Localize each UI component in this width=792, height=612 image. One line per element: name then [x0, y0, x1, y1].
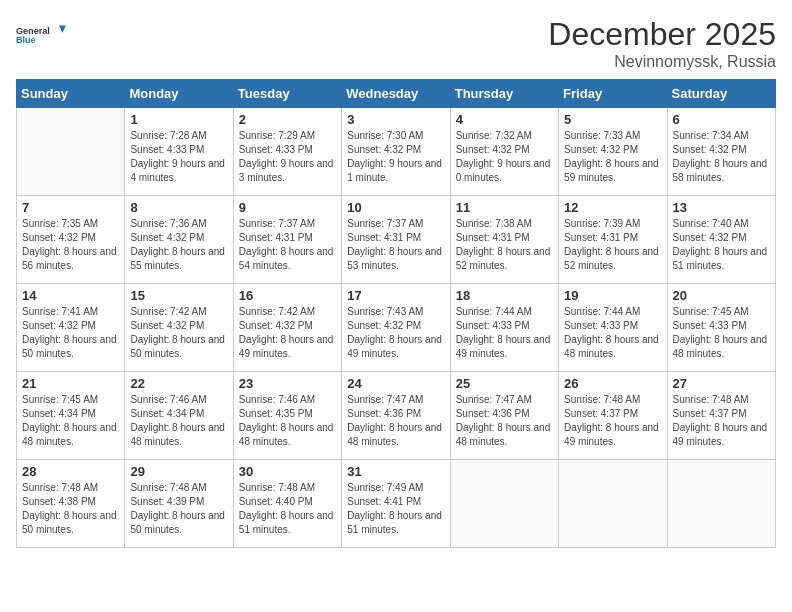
day-number: 8 [130, 200, 227, 215]
calendar-cell [667, 460, 775, 548]
calendar-cell: 28 Sunrise: 7:48 AMSunset: 4:38 PMDaylig… [17, 460, 125, 548]
day-number: 5 [564, 112, 661, 127]
day-info: Sunrise: 7:47 AMSunset: 4:36 PMDaylight:… [347, 394, 442, 447]
day-info: Sunrise: 7:45 AMSunset: 4:33 PMDaylight:… [673, 306, 768, 359]
calendar-cell: 25 Sunrise: 7:47 AMSunset: 4:36 PMDaylig… [450, 372, 558, 460]
calendar-cell: 27 Sunrise: 7:48 AMSunset: 4:37 PMDaylig… [667, 372, 775, 460]
calendar-cell: 22 Sunrise: 7:46 AMSunset: 4:34 PMDaylig… [125, 372, 233, 460]
day-number: 12 [564, 200, 661, 215]
day-number: 26 [564, 376, 661, 391]
day-info: Sunrise: 7:43 AMSunset: 4:32 PMDaylight:… [347, 306, 442, 359]
day-number: 19 [564, 288, 661, 303]
day-number: 18 [456, 288, 553, 303]
day-info: Sunrise: 7:40 AMSunset: 4:32 PMDaylight:… [673, 218, 768, 271]
col-header-friday: Friday [559, 80, 667, 108]
day-info: Sunrise: 7:48 AMSunset: 4:38 PMDaylight:… [22, 482, 117, 535]
calendar-cell: 20 Sunrise: 7:45 AMSunset: 4:33 PMDaylig… [667, 284, 775, 372]
calendar-cell: 23 Sunrise: 7:46 AMSunset: 4:35 PMDaylig… [233, 372, 341, 460]
week-row-4: 21 Sunrise: 7:45 AMSunset: 4:34 PMDaylig… [17, 372, 776, 460]
day-number: 29 [130, 464, 227, 479]
location-title: Nevinnomyssk, Russia [548, 53, 776, 71]
calendar-cell: 15 Sunrise: 7:42 AMSunset: 4:32 PMDaylig… [125, 284, 233, 372]
calendar-cell: 21 Sunrise: 7:45 AMSunset: 4:34 PMDaylig… [17, 372, 125, 460]
calendar-cell: 3 Sunrise: 7:30 AMSunset: 4:32 PMDayligh… [342, 108, 450, 196]
day-number: 2 [239, 112, 336, 127]
day-number: 7 [22, 200, 119, 215]
calendar-cell: 10 Sunrise: 7:37 AMSunset: 4:31 PMDaylig… [342, 196, 450, 284]
col-header-wednesday: Wednesday [342, 80, 450, 108]
day-info: Sunrise: 7:38 AMSunset: 4:31 PMDaylight:… [456, 218, 551, 271]
day-number: 14 [22, 288, 119, 303]
svg-text:General: General [16, 26, 50, 36]
day-number: 17 [347, 288, 444, 303]
svg-marker-2 [59, 25, 66, 32]
day-number: 21 [22, 376, 119, 391]
week-row-3: 14 Sunrise: 7:41 AMSunset: 4:32 PMDaylig… [17, 284, 776, 372]
calendar-cell: 5 Sunrise: 7:33 AMSunset: 4:32 PMDayligh… [559, 108, 667, 196]
day-info: Sunrise: 7:48 AMSunset: 4:37 PMDaylight:… [673, 394, 768, 447]
calendar-cell: 17 Sunrise: 7:43 AMSunset: 4:32 PMDaylig… [342, 284, 450, 372]
logo-svg: General Blue [16, 16, 66, 54]
calendar-cell: 24 Sunrise: 7:47 AMSunset: 4:36 PMDaylig… [342, 372, 450, 460]
day-info: Sunrise: 7:28 AMSunset: 4:33 PMDaylight:… [130, 130, 225, 183]
calendar-cell: 2 Sunrise: 7:29 AMSunset: 4:33 PMDayligh… [233, 108, 341, 196]
day-info: Sunrise: 7:34 AMSunset: 4:32 PMDaylight:… [673, 130, 768, 183]
logo: General Blue [16, 16, 66, 54]
calendar-cell: 30 Sunrise: 7:48 AMSunset: 4:40 PMDaylig… [233, 460, 341, 548]
day-number: 27 [673, 376, 770, 391]
day-info: Sunrise: 7:42 AMSunset: 4:32 PMDaylight:… [130, 306, 225, 359]
col-header-sunday: Sunday [17, 80, 125, 108]
day-number: 28 [22, 464, 119, 479]
day-number: 24 [347, 376, 444, 391]
day-number: 9 [239, 200, 336, 215]
day-number: 20 [673, 288, 770, 303]
day-info: Sunrise: 7:48 AMSunset: 4:40 PMDaylight:… [239, 482, 334, 535]
day-info: Sunrise: 7:48 AMSunset: 4:37 PMDaylight:… [564, 394, 659, 447]
week-row-1: 1 Sunrise: 7:28 AMSunset: 4:33 PMDayligh… [17, 108, 776, 196]
calendar-cell: 11 Sunrise: 7:38 AMSunset: 4:31 PMDaylig… [450, 196, 558, 284]
col-header-thursday: Thursday [450, 80, 558, 108]
calendar-cell: 6 Sunrise: 7:34 AMSunset: 4:32 PMDayligh… [667, 108, 775, 196]
day-number: 4 [456, 112, 553, 127]
day-number: 6 [673, 112, 770, 127]
month-title: December 2025 [548, 16, 776, 53]
day-info: Sunrise: 7:32 AMSunset: 4:32 PMDaylight:… [456, 130, 551, 183]
day-info: Sunrise: 7:36 AMSunset: 4:32 PMDaylight:… [130, 218, 225, 271]
calendar-cell [17, 108, 125, 196]
col-header-saturday: Saturday [667, 80, 775, 108]
day-number: 16 [239, 288, 336, 303]
col-header-monday: Monday [125, 80, 233, 108]
calendar-cell: 12 Sunrise: 7:39 AMSunset: 4:31 PMDaylig… [559, 196, 667, 284]
day-info: Sunrise: 7:42 AMSunset: 4:32 PMDaylight:… [239, 306, 334, 359]
day-number: 30 [239, 464, 336, 479]
calendar-cell: 4 Sunrise: 7:32 AMSunset: 4:32 PMDayligh… [450, 108, 558, 196]
day-info: Sunrise: 7:39 AMSunset: 4:31 PMDaylight:… [564, 218, 659, 271]
page-header: General Blue December 2025 Nevinnomyssk,… [16, 16, 776, 71]
calendar-cell [450, 460, 558, 548]
week-row-5: 28 Sunrise: 7:48 AMSunset: 4:38 PMDaylig… [17, 460, 776, 548]
day-info: Sunrise: 7:44 AMSunset: 4:33 PMDaylight:… [456, 306, 551, 359]
day-info: Sunrise: 7:49 AMSunset: 4:41 PMDaylight:… [347, 482, 442, 535]
day-info: Sunrise: 7:46 AMSunset: 4:35 PMDaylight:… [239, 394, 334, 447]
day-info: Sunrise: 7:30 AMSunset: 4:32 PMDaylight:… [347, 130, 442, 183]
day-info: Sunrise: 7:46 AMSunset: 4:34 PMDaylight:… [130, 394, 225, 447]
calendar-cell: 19 Sunrise: 7:44 AMSunset: 4:33 PMDaylig… [559, 284, 667, 372]
day-info: Sunrise: 7:47 AMSunset: 4:36 PMDaylight:… [456, 394, 551, 447]
calendar-cell: 26 Sunrise: 7:48 AMSunset: 4:37 PMDaylig… [559, 372, 667, 460]
day-info: Sunrise: 7:44 AMSunset: 4:33 PMDaylight:… [564, 306, 659, 359]
day-number: 3 [347, 112, 444, 127]
day-number: 25 [456, 376, 553, 391]
day-number: 13 [673, 200, 770, 215]
header-row: SundayMondayTuesdayWednesdayThursdayFrid… [17, 80, 776, 108]
day-number: 10 [347, 200, 444, 215]
day-number: 22 [130, 376, 227, 391]
calendar-cell: 31 Sunrise: 7:49 AMSunset: 4:41 PMDaylig… [342, 460, 450, 548]
calendar-table: SundayMondayTuesdayWednesdayThursdayFrid… [16, 79, 776, 548]
day-info: Sunrise: 7:37 AMSunset: 4:31 PMDaylight:… [347, 218, 442, 271]
calendar-cell: 7 Sunrise: 7:35 AMSunset: 4:32 PMDayligh… [17, 196, 125, 284]
calendar-cell: 1 Sunrise: 7:28 AMSunset: 4:33 PMDayligh… [125, 108, 233, 196]
calendar-cell: 13 Sunrise: 7:40 AMSunset: 4:32 PMDaylig… [667, 196, 775, 284]
day-info: Sunrise: 7:35 AMSunset: 4:32 PMDaylight:… [22, 218, 117, 271]
week-row-2: 7 Sunrise: 7:35 AMSunset: 4:32 PMDayligh… [17, 196, 776, 284]
calendar-cell [559, 460, 667, 548]
